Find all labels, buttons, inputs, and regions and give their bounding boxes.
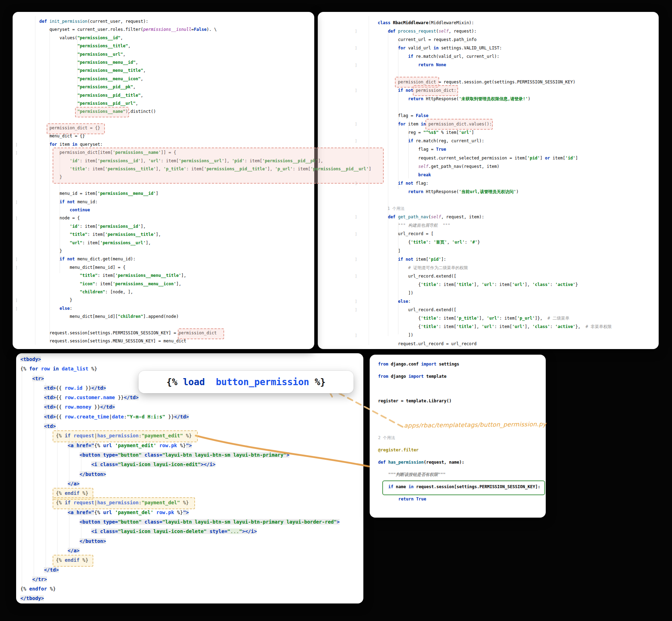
code-line: if not menu_dict.get(menu_id): bbox=[39, 255, 371, 263]
code-token: 'pid' bbox=[232, 158, 244, 163]
code-token: request.current_selected_permission = it… bbox=[378, 156, 527, 161]
code-token: row.money bbox=[65, 404, 91, 410]
code-token: %} bbox=[80, 490, 88, 496]
code-line: "title": item['permissions__menu__title'… bbox=[39, 272, 371, 280]
code-token bbox=[20, 576, 32, 582]
code-token: { bbox=[378, 324, 421, 329]
code-token: has_permission bbox=[97, 500, 139, 505]
code-line: 1 个用法 bbox=[378, 204, 612, 213]
file-path-annotation: apps/rbac/templatetags/button_permission… bbox=[404, 421, 546, 429]
code-line: def init_permission(current_user, reques… bbox=[39, 18, 371, 26]
code-line: </tbody> bbox=[20, 594, 340, 603]
code-token: </i> bbox=[204, 462, 216, 467]
code-token: else bbox=[398, 299, 408, 304]
code-token bbox=[39, 289, 80, 294]
code-token: <a href=" bbox=[68, 510, 94, 515]
code-line: {% endif %} bbox=[20, 489, 340, 498]
code-token: ] bbox=[576, 156, 578, 161]
code-token bbox=[378, 62, 418, 67]
fold-marker-icon[interactable]: ] bbox=[15, 143, 18, 146]
code-line: {'title': item['title'], 'url': item['ur… bbox=[378, 322, 612, 331]
code-token: ] bbox=[540, 156, 545, 161]
code-token: "layui-btn layui-btn-sm layui-btn-primar… bbox=[162, 452, 287, 458]
code-token bbox=[378, 172, 418, 177]
code-token: : item[ bbox=[293, 166, 311, 171]
code-token: {% bbox=[20, 586, 29, 592]
code-token: endfor bbox=[29, 586, 47, 592]
code-token: %} bbox=[177, 443, 186, 448]
code-token: row.pk bbox=[156, 510, 174, 515]
code-token bbox=[39, 207, 70, 212]
code-line: # 证明是可作为二级菜单的权限 bbox=[378, 264, 612, 272]
code-line: request.url_record = url_record bbox=[378, 340, 612, 348]
code-token: ] bbox=[156, 191, 158, 196]
code-token: self bbox=[438, 29, 449, 34]
code-line bbox=[39, 182, 371, 190]
gutter-separator bbox=[35, 16, 35, 345]
code-token: : item[ bbox=[95, 281, 113, 286]
code-token: in bbox=[421, 122, 429, 127]
fold-marker-icon[interactable]: ] bbox=[15, 299, 18, 302]
fold-marker-icon[interactable]: ] bbox=[15, 266, 18, 269]
code-token bbox=[378, 54, 408, 59]
code-token bbox=[39, 281, 80, 286]
code-token: queryset = current_user.roles.filter( bbox=[39, 27, 143, 32]
code-line: <td> bbox=[20, 422, 340, 431]
code-token: def bbox=[388, 29, 398, 34]
code-token: 'url' bbox=[459, 130, 471, 135]
code-token: 'url' bbox=[512, 282, 525, 287]
code-token: "title" bbox=[70, 232, 88, 237]
code-token: 'p_title' bbox=[163, 166, 186, 171]
fold-marker-icon[interactable]: ] bbox=[15, 307, 18, 310]
code-token: : item[ bbox=[438, 282, 456, 287]
code-token bbox=[39, 76, 77, 81]
code-line: menu_dict[menu_id] = { bbox=[39, 264, 371, 272]
code-token: (MiddlewareMixin): bbox=[429, 20, 474, 25]
code-token: </a> bbox=[68, 548, 80, 553]
code-line: <a href="{% url 'payment_del' row.pk %}"… bbox=[20, 508, 340, 517]
code-token: { bbox=[378, 240, 411, 245]
code-line: } bbox=[39, 296, 371, 304]
code-token: | bbox=[94, 500, 97, 505]
code-token: if bbox=[398, 181, 406, 186]
code-token: { bbox=[378, 282, 421, 287]
fold-marker-icon[interactable]: ] bbox=[15, 151, 18, 155]
code-token: " bbox=[239, 528, 242, 534]
usages-hint: 1 个用法 bbox=[378, 206, 404, 211]
code-token: request.session[settings.PERMISSION_SESS… bbox=[416, 484, 540, 489]
code-token: } bbox=[39, 175, 62, 179]
fold-marker-icon[interactable]: ] bbox=[15, 258, 18, 261]
code-token: {{ bbox=[56, 385, 65, 391]
code-token: 'permissions__title' bbox=[105, 166, 156, 171]
fold-marker-icon[interactable]: ] bbox=[15, 217, 18, 220]
code-line: "permissions__url", bbox=[39, 50, 371, 59]
code-line: @register.filter bbox=[378, 444, 540, 456]
code-token bbox=[378, 46, 398, 50]
code-line: "icon": item['permissions__menu__icon'], bbox=[39, 280, 371, 288]
code-token: from bbox=[378, 374, 391, 379]
code-token: True bbox=[416, 497, 426, 501]
code-token bbox=[39, 232, 70, 237]
editor-panel-init-permission: def init_permission(current_user, reques… bbox=[13, 12, 314, 349]
code-line: <td>{{ row.money }}</td> bbox=[20, 402, 340, 412]
code-token: 'permissions__menu__icon' bbox=[113, 281, 176, 286]
load-tag-tooltip: {% load button_permission %} bbox=[139, 371, 354, 393]
fold-marker-icon[interactable]: ] bbox=[15, 200, 18, 204]
code-line: ] bbox=[378, 247, 612, 255]
code-token bbox=[20, 423, 44, 429]
code-line: </a> bbox=[20, 546, 340, 555]
code-block-button-permission: from django.conf import settingsfrom dja… bbox=[378, 358, 540, 505]
code-token bbox=[20, 452, 80, 458]
code-token: ], bbox=[224, 158, 232, 163]
code-token: settings.VALID_URL_LIST: bbox=[441, 46, 502, 50]
code-token: { bbox=[378, 316, 421, 321]
code-token: }} bbox=[165, 414, 174, 419]
code-token: template bbox=[426, 374, 446, 379]
code-token: request.session[settings.MENU_SESSION_KE… bbox=[39, 339, 186, 343]
code-token: ], bbox=[525, 282, 532, 287]
code-token bbox=[20, 376, 32, 381]
code-token: <td> bbox=[44, 395, 56, 400]
code-line bbox=[378, 196, 612, 204]
code-token: """判断该按钮是否有权限""" bbox=[388, 472, 445, 477]
code-token: : item[ bbox=[161, 158, 179, 163]
